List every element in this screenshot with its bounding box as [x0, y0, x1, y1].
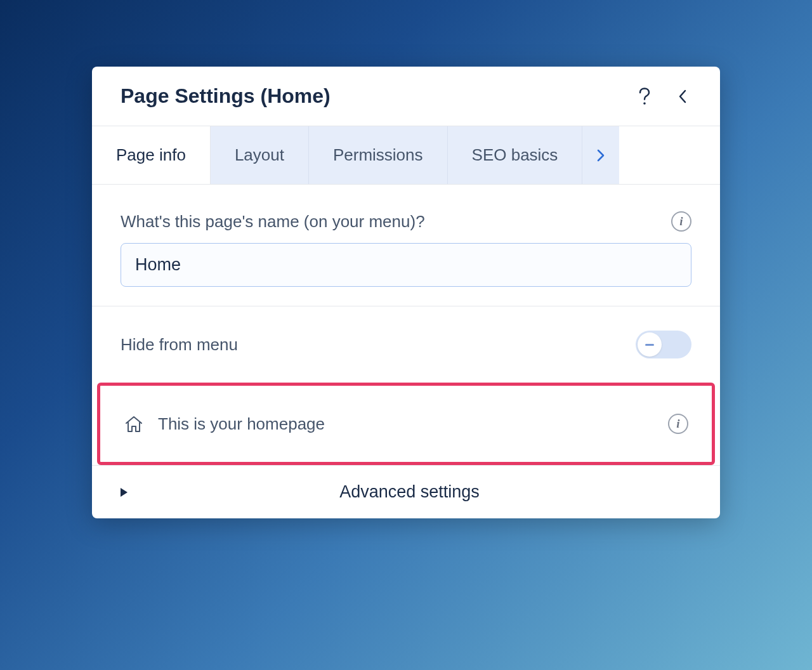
- help-icon[interactable]: [636, 88, 653, 105]
- page-name-label: What's this page's name (on your menu)?: [121, 212, 425, 232]
- advanced-settings-label: Advanced settings: [128, 482, 691, 502]
- info-icon[interactable]: i: [668, 414, 688, 434]
- hide-from-menu-section: Hide from menu: [92, 306, 720, 383]
- header-actions: [636, 88, 691, 105]
- panel-header: Page Settings (Home): [92, 67, 720, 126]
- chevron-right-icon: [597, 149, 605, 162]
- page-name-input[interactable]: [121, 243, 691, 287]
- chevron-left-icon[interactable]: [674, 88, 691, 105]
- page-name-section: What's this page's name (on your menu)? …: [92, 185, 720, 306]
- tab-page-info[interactable]: Page info: [92, 126, 211, 184]
- hide-from-menu-toggle[interactable]: [636, 331, 691, 358]
- expand-triangle-icon: [121, 488, 128, 497]
- home-icon: [124, 414, 144, 433]
- info-icon[interactable]: i: [671, 211, 691, 232]
- tabs-scroll-right[interactable]: [582, 126, 619, 184]
- homepage-notice-text: This is your homepage: [158, 414, 325, 434]
- page-name-label-row: What's this page's name (on your menu)? …: [121, 211, 691, 232]
- svg-point-0: [643, 102, 646, 105]
- tab-permissions[interactable]: Permissions: [309, 126, 448, 184]
- tab-layout[interactable]: Layout: [211, 126, 309, 184]
- panel-title: Page Settings (Home): [121, 84, 331, 108]
- advanced-settings-row[interactable]: Advanced settings: [92, 465, 720, 518]
- homepage-notice-left: This is your homepage: [124, 414, 325, 434]
- toggle-knob: [638, 332, 662, 357]
- tab-seo-basics[interactable]: SEO basics: [448, 126, 583, 184]
- page-settings-panel: Page Settings (Home) Page info Layout Pe…: [92, 67, 720, 518]
- tabs-bar: Page info Layout Permissions SEO basics: [92, 126, 720, 185]
- hide-from-menu-label: Hide from menu: [121, 335, 238, 355]
- homepage-notice-section: This is your homepage i: [97, 383, 715, 465]
- toggle-off-indicator: [645, 344, 654, 346]
